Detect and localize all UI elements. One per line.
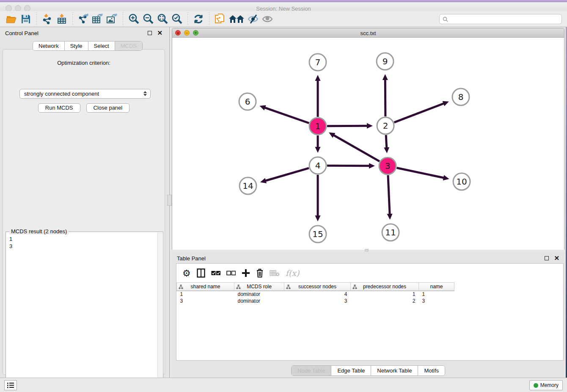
tab-network[interactable]: Network [33, 41, 65, 50]
table-row[interactable]: 3dominator323 [177, 298, 454, 304]
zoom-selected-icon[interactable] [170, 12, 184, 26]
column-header-name[interactable]: name [419, 283, 454, 291]
edge-3-1[interactable] [333, 135, 379, 161]
vertical-splitter-handle[interactable] [167, 195, 172, 206]
close-panel-button[interactable]: Close panel [86, 103, 130, 113]
edge-2-3[interactable] [386, 135, 387, 148]
table-cell[interactable]: 4 [284, 291, 351, 298]
table-cell[interactable]: 1 [177, 291, 234, 298]
tab-node-table[interactable]: Node Table [292, 366, 332, 375]
table-row[interactable]: 1dominator411 [177, 291, 454, 298]
column-header-successor-nodes[interactable]: successor nodes [284, 283, 351, 291]
zoom-fit-icon[interactable] [155, 12, 170, 26]
result-scrollbar[interactable] [157, 232, 162, 392]
graph-node-label: 9 [383, 56, 388, 66]
delete-column-icon[interactable] [256, 267, 264, 279]
float-panel-icon[interactable] [148, 31, 152, 35]
table-cell[interactable]: 3 [284, 298, 351, 304]
search-icon [443, 17, 448, 22]
table-cell[interactable]: 1 [419, 291, 454, 298]
control-panel-title: Control Panel [5, 30, 148, 36]
table-tabs: Node Table Edge Table Network Table Moti… [291, 365, 445, 376]
table-cell[interactable]: dominator [234, 291, 284, 298]
select-all-columns-icon[interactable] [211, 267, 220, 279]
edge-4-14[interactable] [265, 168, 309, 181]
edge-arrowhead [369, 163, 375, 168]
memory-button[interactable]: Memory [529, 380, 563, 390]
home-icon[interactable] [227, 12, 246, 26]
toolbar-separator [123, 13, 123, 25]
task-history-button[interactable] [4, 380, 17, 390]
tab-select[interactable]: Select [88, 41, 115, 50]
graph-node-label: 7 [315, 57, 321, 67]
edge-2-8[interactable] [394, 103, 444, 122]
app-titlebar: Session: New Session [0, 2, 567, 11]
open-session-icon[interactable] [4, 12, 19, 26]
network-graph-canvas[interactable]: 7968124314101511 [172, 38, 564, 250]
function-builder-icon: f(x) [286, 267, 300, 279]
column-header-shared-name[interactable]: shared name [177, 283, 234, 291]
column-layout-icon[interactable] [197, 267, 205, 279]
import-table-icon[interactable] [55, 12, 69, 26]
table-cell[interactable]: 3 [419, 298, 454, 304]
tab-mcds[interactable]: MCDS [115, 41, 142, 50]
export-network-icon[interactable] [76, 12, 91, 26]
optimization-criterion-value: strongly connected component [24, 91, 99, 97]
edge-1-2[interactable] [327, 126, 368, 126]
mcds-result-text[interactable]: 1 3 [6, 234, 157, 392]
edge-arrowhead [367, 123, 373, 129]
optimization-criterion-select[interactable]: strongly connected component [19, 89, 151, 99]
float-table-panel-icon[interactable] [545, 256, 549, 260]
export-image-icon[interactable] [105, 12, 119, 26]
save-session-icon[interactable] [19, 12, 33, 26]
table-settings-icon[interactable]: ⚙ [182, 267, 191, 279]
close-panel-icon[interactable]: ✕ [157, 31, 162, 35]
node-table-card: ⚙ f(x) shared nameMCDS rolesuccessor nod… [176, 263, 564, 361]
search-input[interactable] [439, 14, 562, 24]
table-cell[interactable]: 3 [177, 298, 234, 304]
export-table-icon[interactable] [91, 12, 105, 26]
table-cell[interactable]: 2 [351, 298, 419, 304]
zoom-in-icon[interactable] [127, 12, 141, 26]
column-header-predecessor-nodes[interactable]: predecessor nodes [351, 283, 419, 291]
edge-3-10[interactable] [397, 168, 444, 178]
edge-2-9[interactable] [385, 79, 385, 116]
node-table[interactable]: shared nameMCDS rolesuccessor nodesprede… [176, 282, 454, 304]
close-table-panel-icon[interactable]: ✕ [554, 256, 559, 260]
tab-motifs[interactable]: Motifs [418, 366, 445, 375]
toolbar-separator [36, 13, 37, 25]
column-source-icon [286, 284, 291, 289]
edge-arrowhead [315, 215, 321, 221]
table-cell[interactable]: 1 [351, 291, 419, 298]
edge-arrowhead [259, 105, 266, 110]
table-cell[interactable]: dominator [234, 298, 284, 304]
horizontal-splitter-handle[interactable] [365, 249, 369, 251]
show-eye-icon [260, 12, 275, 26]
zoom-out-icon[interactable] [141, 12, 155, 26]
table-panel: Table Panel ✕ ⚙ f(x) [172, 252, 564, 378]
tab-edge-table[interactable]: Edge Table [331, 366, 371, 375]
import-network-icon[interactable] [40, 12, 55, 26]
unselect-all-columns-icon[interactable] [226, 267, 236, 279]
edge-3-11[interactable] [388, 175, 390, 215]
control-panel: Control Panel ✕ Network Style Select MCD… [0, 27, 168, 378]
mcds-panel: Optimization criterion: strongly connect… [3, 49, 165, 375]
hide-panels-icon[interactable] [246, 12, 260, 26]
duplicate-network-icon[interactable] [213, 12, 227, 26]
apply-layout-icon[interactable] [191, 12, 206, 26]
edge-arrowhead [383, 74, 388, 80]
edge-4-3[interactable] [327, 166, 370, 166]
edge-arrowhead [260, 178, 267, 183]
table-panel-title: Table Panel [177, 255, 545, 262]
add-column-icon[interactable] [242, 267, 250, 279]
graph-node-label: 11 [385, 227, 396, 237]
network-window-titlebar[interactable]: x − + scc.txt [172, 28, 564, 38]
run-mcds-button[interactable]: Run MCDS [38, 103, 80, 113]
tab-network-table[interactable]: Network Table [371, 366, 418, 375]
column-header-MCDS-role[interactable]: MCDS role [234, 283, 284, 291]
network-window-title: scc.txt [172, 30, 564, 36]
graph-node-label: 2 [383, 121, 388, 131]
tab-style[interactable]: Style [65, 41, 88, 50]
mcds-result-group: MCDS result (2 nodes) 1 3 [6, 232, 163, 392]
edge-1-6[interactable] [264, 108, 309, 123]
